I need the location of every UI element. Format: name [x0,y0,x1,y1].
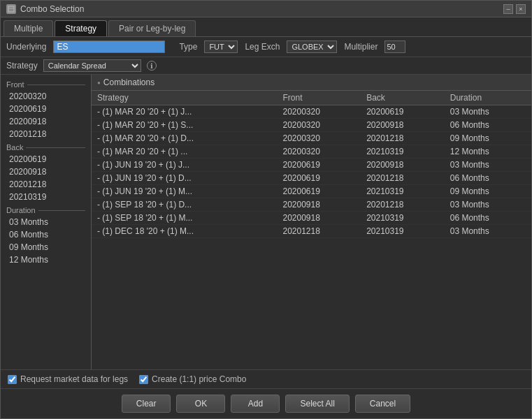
tab-bar: Multiple Strategy Pair or Leg-by-leg [1,17,531,37]
cell-strategy: - (1) DEC 18 '20 + (1) M... [92,225,278,238]
combinations-header: Combinations [92,75,531,91]
cell-duration: 06 Months [445,119,531,132]
add-button[interactable]: Add [231,395,280,413]
table-row[interactable]: - (1) MAR 20 '20 + (1) ... 20200320 2021… [92,145,531,159]
back-item-3[interactable]: 20210319 [1,191,91,203]
close-button[interactable]: × [516,4,526,14]
underlying-label: Underlying [6,42,46,52]
table-row[interactable]: - (1) MAR 20 '20 + (1) J... 20200320 202… [92,105,531,119]
strategy-label: Strategy [6,61,38,71]
cell-front: 20200918 [278,212,361,225]
leg-exch-select[interactable]: GLOBEX [287,41,337,53]
table-row[interactable]: - (1) JUN 19 '20 + (1) M... 20200619 202… [92,185,531,198]
cell-duration: 03 Months [445,198,531,212]
back-item-0[interactable]: 20200619 [1,153,91,166]
cell-back: 20210319 [361,212,445,225]
minimize-button[interactable]: – [503,4,513,14]
left-panel: Front 20200320 20200619 20200918 2020121… [1,75,92,369]
leg-exch-label: Leg Exch [245,42,280,52]
cell-front: 20201218 [278,225,361,238]
front-item-1[interactable]: 20200619 [1,103,91,115]
cell-front: 20200619 [278,172,361,185]
table-row[interactable]: - (1) JUN 19 '20 + (1) D... 20200619 202… [92,172,531,185]
cell-front: 20200320 [278,119,361,132]
underlying-input[interactable] [53,41,165,53]
info-icon[interactable]: ℹ [147,61,157,71]
duration-section-header: Duration [1,203,91,216]
cell-strategy: - (1) SEP 18 '20 + (1) M... [92,212,278,225]
combinations-table: Strategy Front Back Duration - (1) MAR 2… [92,91,531,238]
duration-item-3[interactable]: 12 Months [1,253,91,266]
type-select[interactable]: FUT [204,41,238,53]
create-combo-label[interactable]: Create (1:1) price Combo [139,374,246,384]
ok-button[interactable]: OK [176,395,225,413]
clear-button[interactable]: Clear [122,395,171,413]
tab-multiple[interactable]: Multiple [3,20,53,36]
cell-front: 20200320 [278,105,361,119]
cell-duration: 03 Months [445,225,531,238]
tab-pair[interactable]: Pair or Leg-by-leg [108,20,196,36]
cell-back: 20201218 [361,172,445,185]
table-row[interactable]: - (1) SEP 18 '20 + (1) D... 20200918 202… [92,198,531,212]
cell-strategy: - (1) MAR 20 '20 + (1) D... [92,132,278,145]
tab-strategy[interactable]: Strategy [55,20,107,36]
cancel-button[interactable]: Cancel [355,395,410,413]
cell-duration: 06 Months [445,172,531,185]
col-front: Front [278,91,361,105]
request-market-data-label[interactable]: Request market data for legs [8,374,128,384]
cell-strategy: - (1) MAR 20 '20 + (1) S... [92,119,278,132]
cell-back: 20200918 [361,159,445,172]
table-row[interactable]: - (1) MAR 20 '20 + (1) D... 20200320 202… [92,132,531,145]
cell-front: 20200619 [278,185,361,198]
cell-duration: 03 Months [445,105,531,119]
request-market-data-checkbox[interactable] [8,375,17,384]
cell-front: 20200320 [278,145,361,159]
type-label: Type [179,42,197,52]
title-bar: Combo Selection – × [1,1,531,17]
table-row[interactable]: - (1) MAR 20 '20 + (1) S... 20200320 202… [92,119,531,132]
cell-back: 20210319 [361,145,445,159]
col-strategy: Strategy [92,91,278,105]
button-row: Clear OK Add Select All Cancel [1,388,531,418]
cell-back: 20210319 [361,185,445,198]
cell-strategy: - (1) JUN 19 '20 + (1) M... [92,185,278,198]
window-title: Combo Selection [20,4,84,14]
cell-strategy: - (1) MAR 20 '20 + (1) ... [92,145,278,159]
table-row[interactable]: - (1) SEP 18 '20 + (1) M... 20200918 202… [92,212,531,225]
table-row[interactable]: - (1) DEC 18 '20 + (1) M... 20201218 202… [92,225,531,238]
back-section-header: Back [1,140,91,153]
multiplier-label: Multiplier [344,42,378,52]
duration-item-0[interactable]: 03 Months [1,216,91,228]
cell-duration: 12 Months [445,145,531,159]
col-back: Back [361,91,445,105]
combo-selection-window: Combo Selection – × Multiple Strategy Pa… [0,0,532,419]
cell-back: 20201218 [361,198,445,212]
table-row[interactable]: - (1) JUN 19 '20 + (1) J... 20200619 202… [92,159,531,172]
multiplier-input[interactable] [384,41,405,53]
front-section-header: Front [1,78,91,90]
duration-item-1[interactable]: 06 Months [1,228,91,241]
main-content: Front 20200320 20200619 20200918 2020121… [1,75,531,369]
front-item-2[interactable]: 20200918 [1,115,91,128]
cell-back: 20201218 [361,132,445,145]
select-all-button[interactable]: Select All [285,395,349,413]
back-item-2[interactable]: 20201218 [1,178,91,191]
cell-duration: 09 Months [445,132,531,145]
combinations-table-container[interactable]: Strategy Front Back Duration - (1) MAR 2… [92,91,531,369]
create-combo-checkbox[interactable] [139,375,148,384]
strategy-select[interactable]: Calendar Spread [43,59,141,72]
window-icon [6,4,16,14]
cell-duration: 06 Months [445,212,531,225]
front-item-0[interactable]: 20200320 [1,90,91,103]
duration-item-2[interactable]: 09 Months [1,241,91,253]
cell-strategy: - (1) JUN 19 '20 + (1) D... [92,172,278,185]
front-item-3[interactable]: 20201218 [1,128,91,140]
cell-front: 20200320 [278,132,361,145]
back-item-1[interactable]: 20200918 [1,166,91,178]
cell-back: 20210319 [361,225,445,238]
cell-front: 20200619 [278,159,361,172]
cell-duration: 09 Months [445,185,531,198]
window-controls: – × [503,4,526,14]
cell-strategy: - (1) MAR 20 '20 + (1) J... [92,105,278,119]
form-row-2: Strategy Calendar Spread ℹ [1,57,531,75]
